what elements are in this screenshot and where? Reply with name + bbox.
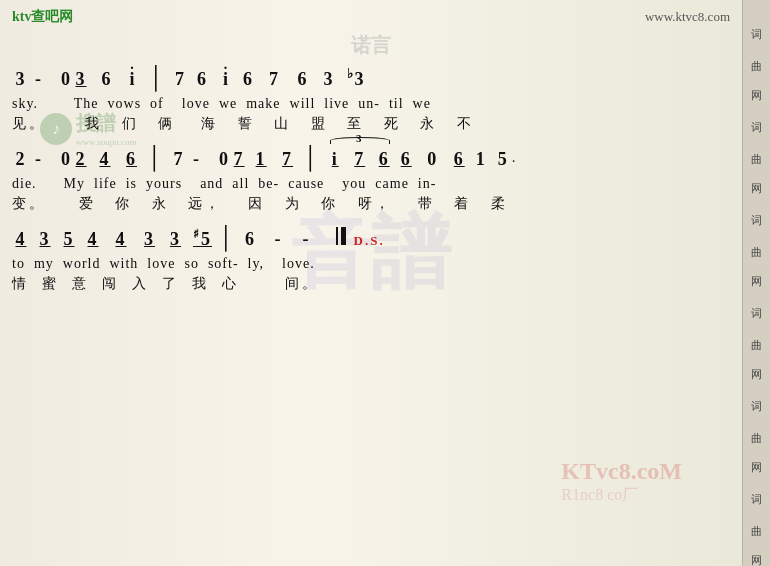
lyric-text: die. My life is yours and all be- cause …: [12, 175, 436, 193]
bar-line: │: [303, 143, 321, 174]
note: 1: [252, 147, 270, 172]
note: 7: [266, 67, 284, 92]
note: -: [270, 227, 288, 252]
ktvc-url: www.ktvc8.com: [645, 9, 730, 25]
note: 7: [170, 147, 188, 172]
note: 0: [48, 147, 72, 172]
lyric-text: sky. The vows of love we make will live …: [12, 95, 431, 113]
note: 0: [206, 147, 230, 172]
lyrics-row-2-cn: 变。 爱 你 永 远， 因 为 你 呀， 带 着 柔: [12, 195, 730, 213]
note-group: 4 3: [112, 227, 159, 252]
lyrics-row-3-cn: 情 蜜 意 闯 入 了 我 心 间。: [12, 275, 730, 293]
note: 6: [375, 147, 393, 172]
bar-line: │: [218, 223, 236, 254]
note: 3: [167, 227, 185, 252]
note: 6: [194, 67, 212, 92]
notation-row-2: 2 - 0 2 4 6 │ 7 - 0 7 1 7: [12, 143, 730, 174]
note: 0: [48, 67, 72, 92]
note-group: 7 6: [266, 67, 313, 92]
note: 6: [240, 67, 258, 92]
lyrics-row-3-en: to my world with love so soft- ly, love.: [12, 255, 730, 273]
note: 4: [112, 227, 130, 252]
note-group: 3 ♭3: [320, 65, 366, 92]
note: 6: [123, 147, 141, 172]
note: i: [326, 147, 344, 172]
lyric-cn-text: 情 蜜 意 闯 入 了 我 心 间。: [12, 275, 319, 293]
note: 7: [172, 67, 190, 92]
bar-line: │: [147, 143, 165, 174]
note: -: [30, 67, 48, 92]
note: -: [298, 227, 316, 252]
note-dot-below: ·: [512, 154, 517, 169]
note-group: 4 6: [96, 147, 141, 172]
notation-row-3: 4 3 5 4 4 3 3 ♯5 │ 6 - -: [12, 223, 730, 254]
note: -: [188, 147, 206, 172]
note: 7: [279, 147, 297, 172]
lyrics-row-1-cn: 见。 我 们 俩 海 誓 山 盟 至 死 永 不: [12, 115, 730, 133]
note: i: [218, 67, 236, 92]
note: 3: [72, 67, 90, 92]
note: 6: [450, 147, 468, 172]
music-block-1: 3 - 0 3 6 i │ 7 6 i 6 7 6 3: [12, 63, 730, 133]
music-section: 3 - 0 3 6 i │ 7 6 i 6 7 6 3: [12, 63, 730, 294]
ktvc-watermark-sub: R1nc8 co厂: [561, 485, 682, 506]
note: 4: [84, 227, 102, 252]
triplet-group: 3 i 7 6: [326, 147, 393, 172]
note: 2: [72, 147, 90, 172]
ktv-logo: ktv查吧网: [12, 8, 73, 26]
title-area: 诺言: [12, 32, 730, 59]
header-row: ktv查吧网 www.ktvc8.com: [12, 8, 730, 26]
right-sidebar: 词 曲 网 词 曲 网 词 曲 网 词 曲 网 词 曲 网 词 曲 网: [742, 0, 770, 566]
double-bar-line: [336, 226, 346, 246]
ktvc-watermark: KTvc8.coM: [561, 458, 682, 485]
lyrics-row-1-en: sky. The vows of love we make will live …: [12, 95, 730, 113]
note: 3: [36, 227, 54, 252]
bar-line: │: [148, 63, 166, 94]
lyrics-row-2-en: die. My life is yours and all be- cause …: [12, 175, 730, 193]
note: 2: [12, 147, 30, 172]
ds-mark: D.S.: [354, 232, 385, 250]
note: 3: [141, 227, 159, 252]
note: 3: [320, 67, 338, 92]
note: i: [124, 67, 142, 92]
note: 6: [397, 147, 415, 172]
note: -: [30, 147, 48, 172]
lyric-cn-text: 变。 爱 你 永 远， 因 为 你 呀， 带 着 柔: [12, 195, 508, 213]
note: 6: [98, 67, 116, 92]
lyric-cn-text: 见。 我 们 俩 海 誓 山 盟 至 死 永 不: [12, 115, 474, 133]
note: 0: [424, 147, 442, 172]
note: 3: [12, 67, 30, 92]
note: 4: [96, 147, 114, 172]
note-group: 6 0 6: [397, 147, 468, 172]
note: 6: [242, 227, 260, 252]
lyric-text: to my world with love so soft- ly, love.: [12, 255, 315, 273]
note: 7: [230, 147, 248, 172]
note: 7: [351, 147, 369, 172]
note: 6: [294, 67, 312, 92]
note: ♭3: [347, 65, 366, 92]
main-content: ktv查吧网 www.ktvc8.com 诺言 ♪ 搜譜 www.soupu.c…: [0, 0, 742, 566]
note: 1: [472, 147, 490, 172]
music-block-3: 4 3 5 4 4 3 3 ♯5 │ 6 - -: [12, 223, 730, 293]
notation-row-1: 3 - 0 3 6 i │ 7 6 i 6 7 6 3: [12, 63, 730, 94]
note: 5: [494, 147, 512, 172]
music-block-2: 2 - 0 2 4 6 │ 7 - 0 7 1 7: [12, 143, 730, 213]
watermark-bottom: KTvc8.coM R1nc8 co厂: [561, 458, 682, 506]
song-title: 诺言: [351, 34, 391, 56]
note: ♯5: [193, 226, 212, 252]
note-group: 1 7: [252, 147, 297, 172]
note: 5: [60, 227, 78, 252]
note-group: 3 ♯5: [167, 226, 213, 252]
note: 4: [12, 227, 30, 252]
